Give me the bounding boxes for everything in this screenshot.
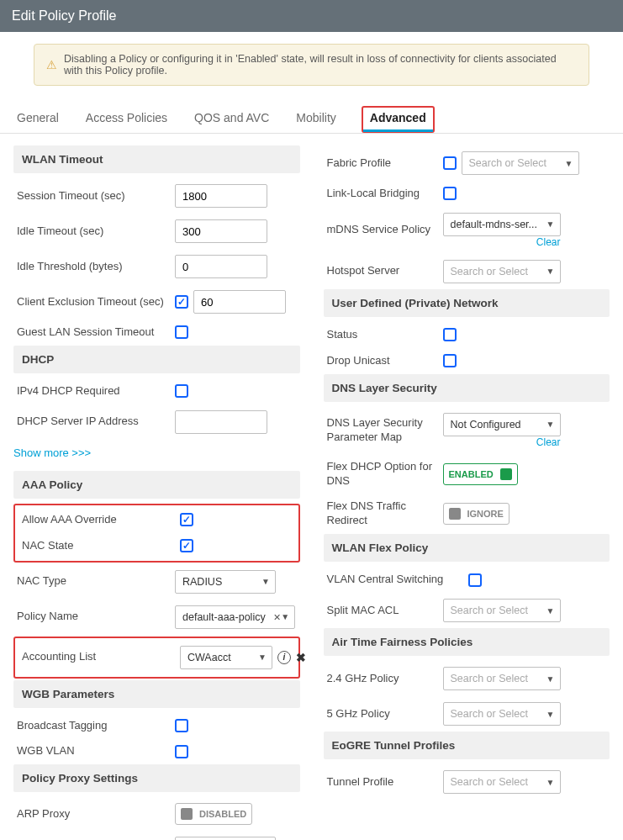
row-arp-proxy: ARP Proxy DISABLED <box>13 797 300 831</box>
caret-down-icon: ▼ <box>546 710 555 719</box>
link-clear-mdns[interactable]: Clear <box>536 236 561 248</box>
label-split-mac: Split MAC ACL <box>327 604 436 618</box>
row-policy-name: Policy Name default-aaa-policy ✕▼ <box>13 600 300 635</box>
checkbox-drop-unicast[interactable] <box>443 354 457 367</box>
tab-mobility[interactable]: Mobility <box>294 106 337 133</box>
caret-down-icon: ▼ <box>546 778 555 787</box>
page-title: Edit Policy Profile <box>12 8 117 23</box>
toggle-flex-dns[interactable]: IGNORE <box>443 503 509 525</box>
label-nac-state: NAC State <box>22 539 173 553</box>
remove-x-icon[interactable]: ✖ <box>296 651 306 664</box>
checkbox-client-exclusion[interactable] <box>175 295 188 309</box>
section-atf: Air Time Fairness Policies <box>324 628 610 656</box>
row-24ghz: 2.4 GHz Policy Search or Select▼ <box>324 661 610 696</box>
row-tunnel: Tunnel Profile Search or Select▼ <box>324 764 610 800</box>
label-guest-lan: Guest LAN Session Timeout <box>17 325 168 340</box>
label-flex-dhcp: Flex DHCP Option for DNS <box>327 460 436 489</box>
tab-bar: General Access Policies QOS and AVC Mobi… <box>0 98 623 134</box>
checkbox-nac-state[interactable] <box>180 539 193 552</box>
label-link-local: Link-Local Bridging <box>327 187 436 201</box>
info-icon[interactable]: i <box>277 651 291 664</box>
warning-text: Disabling a Policy or configuring it in … <box>64 53 577 77</box>
caret-down-icon: ▼ <box>258 652 267 662</box>
checkbox-guest-lan[interactable] <box>175 325 188 339</box>
select-split-mac[interactable]: Search or Select▼ <box>443 599 561 622</box>
input-session-timeout[interactable] <box>175 184 267 208</box>
label-wgb-vlan: WGB VLAN <box>17 744 168 758</box>
tab-qos-avc[interactable]: QOS and AVC <box>193 106 271 133</box>
tab-general[interactable]: General <box>15 106 61 133</box>
checkbox-link-local[interactable] <box>443 187 457 200</box>
select-hotspot[interactable]: Search or Select▼ <box>443 260 561 283</box>
caret-down-icon: ▼ <box>546 606 555 615</box>
form-columns: WLAN Timeout Session Timeout (sec) Idle … <box>0 134 623 840</box>
page-title-bar: Edit Policy Profile <box>0 0 623 32</box>
checkbox-allow-aaa[interactable] <box>180 513 193 526</box>
checkbox-wgb-vlan[interactable] <box>175 745 188 758</box>
row-hotspot: Hotspot Server Search or Select▼ <box>324 254 610 289</box>
right-column: Fabric Profile Search or Select▼ Link-Lo… <box>324 145 610 800</box>
label-allow-aaa: Allow AAA Override <box>22 513 173 527</box>
link-show-more[interactable]: Show more >>> <box>13 446 91 459</box>
label-arp-proxy: ARP Proxy <box>17 807 168 822</box>
label-5ghz: 5 GHz Policy <box>327 707 436 721</box>
label-broadcast-tagging: Broadcast Tagging <box>17 719 168 733</box>
section-udn: User Defined (Private) Network <box>324 289 610 317</box>
row-nac-state: NAC State <box>18 533 295 559</box>
label-hotspot: Hotspot Server <box>327 264 436 278</box>
input-idle-threshold[interactable] <box>175 255 267 278</box>
select-mdns[interactable]: default-mdns-ser...▼ <box>443 213 561 236</box>
input-client-exclusion[interactable] <box>193 290 286 314</box>
checkbox-broadcast-tagging[interactable] <box>175 719 188 732</box>
checkbox-status[interactable] <box>443 328 457 341</box>
label-client-exclusion: Client Exclusion Timeout (sec) <box>17 295 168 309</box>
select-nac-type[interactable]: RADIUS▼ <box>175 570 276 594</box>
label-dhcp-server-ip: DHCP Server IP Address <box>17 415 168 429</box>
row-nac-type: NAC Type RADIUS▼ <box>13 564 300 600</box>
select-dns-param[interactable]: Not Configured▼ <box>443 413 561 436</box>
select-tunnel[interactable]: Search or Select▼ <box>443 770 561 794</box>
checkbox-fabric-profile[interactable] <box>443 156 457 170</box>
caret-down-icon: ▼ <box>546 674 555 684</box>
select-fabric-profile[interactable]: Search or Select▼ <box>462 151 579 175</box>
checkbox-vlan-central[interactable] <box>468 573 482 587</box>
row-status: Status <box>324 322 610 348</box>
row-idle-timeout: Idle Timeout (sec) <box>13 214 300 249</box>
label-nac-type: NAC Type <box>17 574 168 589</box>
toggle-arp-proxy[interactable]: DISABLED <box>175 803 252 825</box>
section-dns: DNS Layer Security <box>324 374 610 402</box>
select-policy-name[interactable]: default-aaa-policy ✕▼ <box>175 605 295 629</box>
row-vlan-central: VLAN Central Switching <box>324 567 610 593</box>
row-guest-lan: Guest LAN Session Timeout <box>13 320 300 346</box>
row-drop-unicast: Drop Unicast <box>324 348 610 374</box>
left-column: WLAN Timeout Session Timeout (sec) Idle … <box>13 145 300 840</box>
input-idle-timeout[interactable] <box>175 219 267 243</box>
link-clear-dns[interactable]: Clear <box>536 436 561 448</box>
checkbox-ipv4-dhcp[interactable] <box>175 384 188 398</box>
label-fabric-profile: Fabric Profile <box>327 156 436 171</box>
label-tunnel: Tunnel Profile <box>327 775 436 790</box>
row-wgb-vlan: WGB VLAN <box>13 738 300 764</box>
label-mdns: mDNS Service Policy <box>327 223 436 237</box>
row-flex-dhcp: Flex DHCP Option for DNS ENABLED <box>324 454 610 494</box>
warning-icon: ⚠ <box>46 58 57 71</box>
clear-x-icon[interactable]: ✕ <box>273 612 281 622</box>
section-wlan-timeout: WLAN Timeout <box>13 145 300 173</box>
select-ipv6-proxy[interactable]: None▼ <box>175 837 276 840</box>
toggle-square-icon <box>449 508 461 520</box>
label-dns-param: DNS Layer Security Parameter Map <box>327 416 436 445</box>
select-accounting-list[interactable]: CWAacct▼ <box>180 646 272 669</box>
caret-down-icon: ▼ <box>546 420 555 429</box>
select-24ghz[interactable]: Search or Select▼ <box>443 667 561 690</box>
label-status: Status <box>327 328 436 342</box>
tab-advanced[interactable]: Advanced <box>362 106 435 133</box>
tab-access-policies[interactable]: Access Policies <box>84 106 169 133</box>
row-mdns: mDNS Service Policy default-mdns-ser...▼… <box>324 207 610 254</box>
label-drop-unicast: Drop Unicast <box>327 354 436 368</box>
input-dhcp-server-ip[interactable] <box>175 410 267 434</box>
toggle-flex-dhcp[interactable]: ENABLED <box>443 463 518 485</box>
section-eogre: EoGRE Tunnel Profiles <box>324 732 610 759</box>
select-5ghz[interactable]: Search or Select▼ <box>443 702 561 726</box>
row-idle-threshold: Idle Threshold (bytes) <box>13 249 300 284</box>
highlight-aaa-override-nac: Allow AAA Override NAC State <box>13 504 300 563</box>
